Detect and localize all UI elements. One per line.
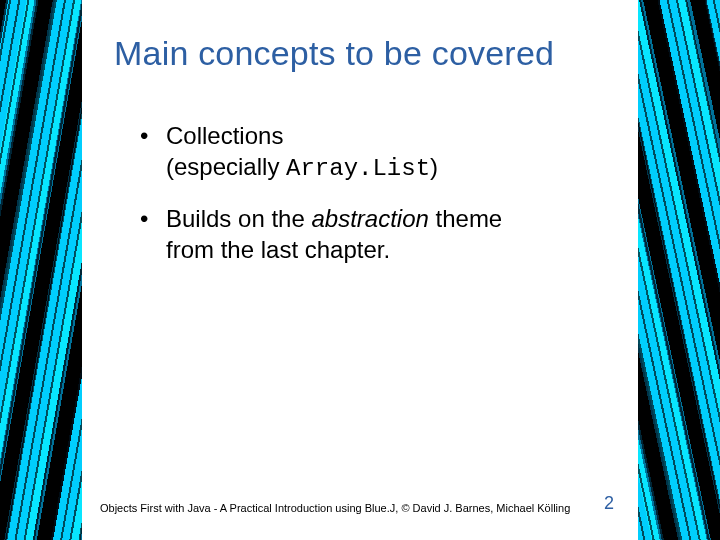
decorative-feather-right [625, 0, 720, 540]
list-item: Builds on the abstraction theme from the… [146, 204, 610, 265]
slide-title: Main concepts to be covered [114, 34, 610, 73]
decorative-feather-left [0, 0, 95, 540]
bullet-text: ) [430, 153, 438, 180]
bullet-text: Collections [166, 122, 283, 149]
footer-attribution: Objects First with Java - A Practical In… [100, 502, 570, 514]
bullet-text: (especially [166, 153, 286, 180]
page-number: 2 [604, 493, 620, 514]
bullet-text: Builds on the [166, 205, 311, 232]
slide-content-area: Main concepts to be covered Collections … [82, 0, 638, 540]
bullet-text: theme [429, 205, 502, 232]
emphasis-text: abstraction [311, 205, 428, 232]
code-text: Array.List [286, 155, 430, 182]
list-item: Collections (especially Array.List) [146, 121, 610, 184]
bullet-list: Collections (especially Array.List) Buil… [110, 121, 610, 266]
bullet-text: from the last chapter. [166, 236, 390, 263]
slide-footer: Objects First with Java - A Practical In… [100, 493, 620, 514]
